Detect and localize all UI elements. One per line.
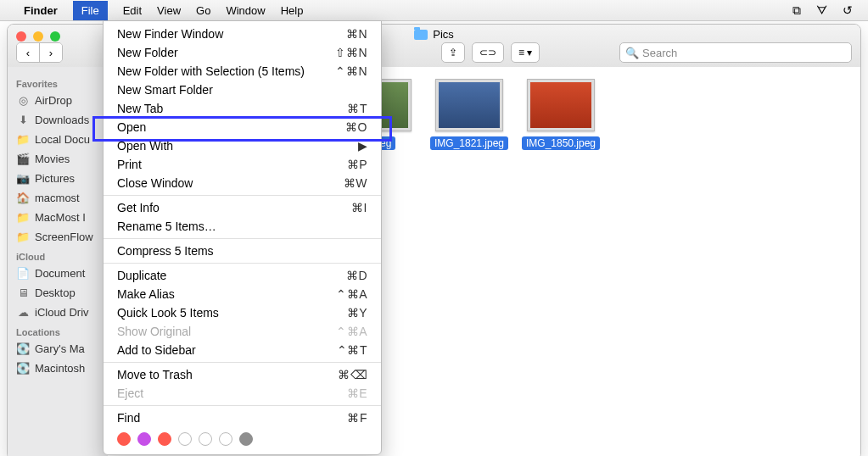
share-button[interactable]: ⇪ (441, 42, 465, 63)
sidebar-item-airdrop[interactable]: ◎AirDrop (8, 91, 108, 110)
home-icon: 🏠 (16, 192, 30, 204)
folder-icon: 📁 (16, 231, 30, 243)
tag-dot[interactable] (199, 432, 212, 446)
menu-item-shortcut: ⌘E (347, 386, 367, 400)
menu-item-move-to-trash[interactable]: Move to Trash⌘⌫ (104, 365, 381, 384)
sidebar-item-downloads[interactable]: ⬇Downloads (8, 110, 108, 130)
tag-dot[interactable] (219, 432, 232, 446)
menu-item-shortcut: ⇧⌘N (335, 46, 367, 59)
menu-view[interactable]: View (157, 4, 181, 17)
clock-icon[interactable]: ↺ (843, 3, 853, 17)
tag-dot[interactable] (137, 432, 151, 446)
downloads-icon: ⬇ (16, 114, 30, 126)
sidebar-item-garys[interactable]: 💽Gary's Ma (8, 339, 108, 359)
back-button[interactable]: ‹ (17, 43, 39, 62)
menu-item-shortcut: ⌘T (347, 102, 367, 115)
menu-item-label: Close Window (117, 176, 193, 190)
tag-row (104, 427, 381, 448)
search-field[interactable]: 🔍 Search (619, 42, 852, 63)
sidebar-item-label: Desktop (35, 286, 76, 299)
menu-item-shortcut: ⌘F (347, 411, 367, 425)
menu-item-new-folder-with-selection-5-items-[interactable]: New Folder with Selection (5 Items)⌃⌘N (104, 62, 381, 81)
file-label: IMG_1850.jpeg (522, 136, 600, 150)
sidebar-item-label: Movies (35, 153, 70, 165)
menu-item-label: New Tab (117, 102, 163, 115)
menu-item-new-smart-folder[interactable]: New Smart Folder (104, 81, 381, 99)
sidebar-item-screenflow[interactable]: 📁ScreenFlow (8, 227, 108, 247)
menu-window[interactable]: Window (226, 4, 265, 17)
menu-item-shortcut: ⌘D (346, 269, 367, 282)
sidebar-item-pictures[interactable]: 📷Pictures (8, 169, 108, 188)
menu-separator (104, 405, 381, 406)
file-item[interactable]: IMG_1850.jpeg (525, 79, 596, 150)
sidebar-item-macmost2[interactable]: 📁MacMost I (8, 208, 108, 227)
thumbnail-frame (435, 79, 503, 131)
menu-item-eject: Eject⌘E (104, 384, 381, 403)
menu-item-new-tab[interactable]: New Tab⌘T (104, 99, 381, 118)
sidebar-item-macintosh[interactable]: 💽Macintosh (8, 359, 108, 378)
forward-button[interactable]: › (39, 43, 62, 62)
thumbnail-frame (527, 79, 595, 131)
action-button[interactable]: ≡ ▾ (511, 42, 540, 63)
sidebar-item-label: macmost (35, 192, 80, 204)
sidebar-head-icloud: iCloud (8, 247, 108, 264)
menu-item-print[interactable]: Print⌘P (104, 155, 381, 174)
menu-item-label: New Folder (117, 46, 178, 59)
menu-item-compress-5-items[interactable]: Compress 5 Items (104, 242, 381, 260)
tag-dot[interactable] (117, 432, 131, 446)
menu-item-label: Open (117, 120, 146, 134)
record-icon[interactable]: ⧉ (792, 3, 801, 18)
menu-item-new-folder[interactable]: New Folder⇧⌘N (104, 43, 381, 62)
tag-dot[interactable] (158, 432, 171, 446)
menu-item-close-window[interactable]: Close Window⌘W (104, 174, 381, 192)
sidebar-item-iclouddrive[interactable]: ☁iCloud Driv (8, 303, 108, 322)
sidebar-item-label: iCloud Driv (35, 306, 89, 319)
menu-item-label: Make Alias (117, 287, 175, 301)
menu-item-open-with[interactable]: Open With▶ (104, 136, 381, 155)
movies-icon: 🎬 (16, 153, 30, 165)
tag-dot[interactable] (178, 432, 192, 446)
thumbnail-image (439, 82, 500, 128)
menu-file[interactable]: File (73, 1, 108, 20)
menu-item-label: Find (117, 411, 140, 425)
flame-icon[interactable]: ᗊ (816, 3, 827, 18)
sidebar-item-label: Document (35, 267, 85, 280)
menu-item-label: Show Original (117, 325, 191, 338)
sidebar-item-label: AirDrop (35, 94, 72, 107)
menu-item-new-finder-window[interactable]: New Finder Window⌘N (104, 25, 381, 43)
menu-item-label: New Folder with Selection (5 Items) (117, 64, 305, 78)
menubar-right: ⧉ ᗊ ↺ (792, 3, 868, 18)
search-placeholder: Search (642, 47, 677, 59)
folder-icon: 📁 (16, 133, 30, 146)
menubar: Finder File Edit View Go Window Help ⧉ ᗊ… (0, 0, 868, 21)
menu-item-shortcut: ⌘O (345, 120, 367, 134)
sidebar-item-macmost[interactable]: 🏠macmost (8, 188, 108, 208)
menu-item-get-info[interactable]: Get Info⌘I (104, 198, 381, 217)
menu-separator (104, 263, 381, 264)
menu-item-duplicate[interactable]: Duplicate⌘D (104, 266, 381, 285)
menu-item-make-alias[interactable]: Make Alias⌃⌘A (104, 285, 381, 303)
menu-item-open[interactable]: Open⌘O (104, 118, 381, 136)
menu-item-rename-5-items-[interactable]: Rename 5 Items… (104, 217, 381, 236)
sidebar-item-desktop[interactable]: 🖥Desktop (8, 283, 108, 303)
menu-item-label: Add to Sidebar (117, 343, 196, 357)
menu-item-add-to-sidebar[interactable]: Add to Sidebar⌃⌘T (104, 341, 381, 359)
menu-help[interactable]: Help (281, 4, 304, 17)
app-name[interactable]: Finder (24, 4, 58, 17)
sidebar-item-localdocs[interactable]: 📁Local Docu (8, 130, 108, 149)
sidebar-item-label: Macintosh (35, 362, 85, 375)
menu-item-label: Quick Look 5 Items (117, 306, 219, 320)
sidebar-item-documents[interactable]: 📄Document (8, 264, 108, 283)
tag-dot[interactable] (239, 432, 253, 446)
menu-item-shortcut: ⌘N (346, 27, 367, 41)
menu-go[interactable]: Go (196, 4, 210, 17)
nav-buttons: ‹ › (16, 42, 63, 63)
menu-item-find[interactable]: Find⌘F (104, 409, 381, 427)
sidebar-item-movies[interactable]: 🎬Movies (8, 149, 108, 169)
tag-button[interactable]: ⊂⊃ (472, 42, 504, 63)
menu-item-label: Duplicate (117, 269, 166, 282)
disk-icon: 💽 (16, 342, 30, 355)
menu-edit[interactable]: Edit (123, 4, 142, 17)
menu-item-quick-look-5-items[interactable]: Quick Look 5 Items⌘Y (104, 303, 381, 322)
file-item[interactable]: IMG_1821.jpeg (434, 79, 505, 150)
